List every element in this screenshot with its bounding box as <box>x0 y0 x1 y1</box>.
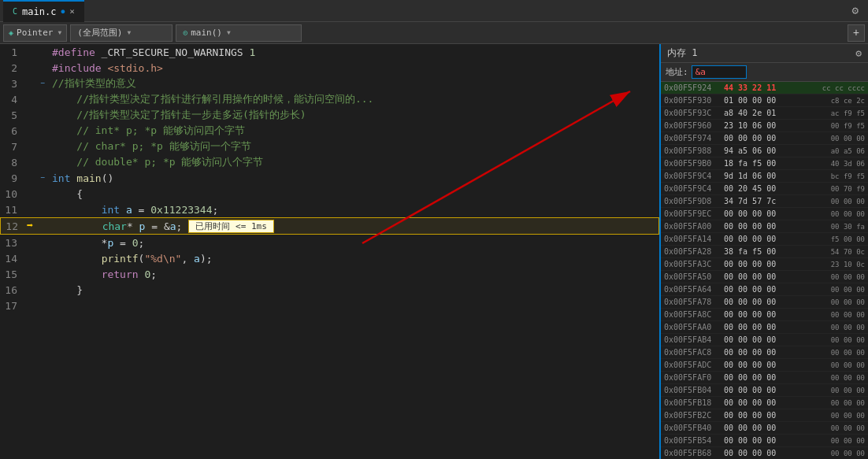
code-16: } <box>49 282 659 298</box>
list-item: 0x00F5F9EC 00 00 00 00 00 00 00 <box>661 208 868 220</box>
address-input[interactable] <box>692 65 747 79</box>
code-13: *p = 0; <box>49 235 659 250</box>
editor-rows-container[interactable]: 1 #define _CRT_SECURE_NO_WARNINGS 1 2 <box>0 44 659 459</box>
code-11: int a = 0x11223344; <box>49 202 659 217</box>
list-item: 0x00F5FA78 00 00 00 00 00 00 00 <box>661 296 868 309</box>
mem-extra: cc cc cccc <box>822 84 865 92</box>
lineno-16: 16 <box>0 284 22 296</box>
pointer-dropdown[interactable]: ◈ Pointer ▼ <box>3 24 67 42</box>
mem-bytes: 44 33 22 11 <box>724 83 822 92</box>
lineno-12: 12 <box>1 220 23 232</box>
code-6: // int* p; *p 能够访问四个字节 <box>49 123 659 139</box>
code-5: //指针类型决定了指针走一步走多远(指针的步长) <box>49 107 659 123</box>
func-arrow-icon: ▼ <box>227 29 231 36</box>
code-7: // char* p; *p 能够访问一个字节 <box>49 139 659 154</box>
list-item: 0x00F5FA50 00 00 00 00 00 00 00 <box>661 271 868 283</box>
lineno-7: 7 <box>0 141 22 153</box>
memory-settings-icon[interactable]: ⚙ <box>855 47 862 59</box>
fold-3[interactable]: − <box>36 80 49 88</box>
editor-row-12: 12 ➡ char* p = &a; 已用时间 <= 1ms <box>0 217 659 235</box>
memory-title: 内存 1 <box>667 46 697 60</box>
memory-address-bar: 地址: <box>661 63 868 82</box>
code-10: { <box>49 186 659 202</box>
list-item: 0x00F5F974 00 00 00 00 00 00 00 <box>661 132 868 145</box>
editor-row-10: 10 { <box>0 186 659 202</box>
code-3: //指针类型的意义 <box>49 76 659 91</box>
editor-row-9: 9 − int main() <box>0 170 659 186</box>
lineno-1: 1 <box>0 46 22 58</box>
lineno-11: 11 <box>0 204 22 216</box>
list-item: 0x00F5F9C4 00 20 45 00 00 70 f9 <box>661 183 868 195</box>
execution-tooltip: 已用时间 <= 1ms <box>188 220 273 233</box>
code-17 <box>49 298 659 313</box>
list-item: 0x00F5FAC8 00 00 00 00 00 00 00 <box>661 346 868 359</box>
tab-close-icon[interactable]: × <box>69 6 75 17</box>
fold-9[interactable]: − <box>36 174 49 183</box>
settings-icon[interactable]: ⚙ <box>852 4 859 17</box>
gutter-12: ➡ <box>23 219 37 233</box>
list-item: 0x00F5FAF0 00 00 00 00 00 00 00 <box>661 372 868 384</box>
list-item: 0x00F5FA28 38 fa f5 00 54 70 0c <box>661 246 868 258</box>
list-item: 0x00F5FB18 00 00 00 00 00 00 00 <box>661 397 868 409</box>
code-9: int main() <box>49 170 659 186</box>
list-item: 0x00F5F988 94 a5 06 00 a0 a5 06 <box>661 145 868 157</box>
editor-row-17: 17 <box>0 298 659 313</box>
add-watch-button[interactable]: + <box>848 24 865 42</box>
code-1: #define _CRT_SECURE_NO_WARNINGS 1 <box>49 44 659 60</box>
list-item: 0x00F5FA8C 00 00 00 00 00 00 00 <box>661 309 868 321</box>
memory-rows-container[interactable]: 0x00F5F924 44 33 22 11 cc cc cccc 0x00F5… <box>661 82 868 459</box>
list-item: 0x00F5FADC 00 00 00 00 00 00 00 <box>661 359 868 372</box>
list-item: 0x00F5FAB4 00 00 00 00 00 00 00 <box>661 334 868 346</box>
editor-row-16: 16 } <box>0 282 659 298</box>
code-2: #include <stdio.h> <box>49 60 659 76</box>
tab-file-icon: C <box>13 7 17 16</box>
tab-dot: ● <box>61 8 65 15</box>
editor-row-15: 15 return 0; <box>0 266 659 282</box>
editor-row-4: 4 //指针类型决定了指针进行解引用操作的时候，能访问空间的... <box>0 91 659 107</box>
list-item: 0x00F5FAA0 00 00 00 00 00 00 00 <box>661 321 868 334</box>
lineno-4: 4 <box>0 94 22 105</box>
editor-row-7: 7 // char* p; *p 能够访问一个字节 <box>0 139 659 154</box>
editor-row-13: 13 *p = 0; <box>0 235 659 250</box>
memory-row-highlighted: 0x00F5F924 44 33 22 11 cc cc cccc <box>661 82 868 94</box>
list-item: 0x00F5FA64 00 00 00 00 00 00 00 <box>661 283 868 296</box>
editor-area: 1 #define _CRT_SECURE_NO_WARNINGS 1 2 <box>0 44 659 459</box>
code-15: return 0; <box>49 266 659 282</box>
toolbar: ◈ Pointer ▼ (全局范围) ▼ ⊙ main() ▼ + <box>0 22 868 44</box>
code-4: //指针类型决定了指针进行解引用操作的时候，能访问空间的... <box>49 91 659 107</box>
arrow-indicator: ➡ <box>27 220 33 232</box>
scope-label: (全局范围) <box>77 27 122 39</box>
mem-addr: 0x00F5F924 <box>664 83 724 92</box>
list-item: 0x00F5FB40 00 00 00 00 00 00 00 <box>661 422 868 435</box>
lineno-8: 8 <box>0 157 22 168</box>
lineno-6: 6 <box>0 125 22 137</box>
title-bar: C main.c ● × ⚙ <box>0 0 868 22</box>
lineno-5: 5 <box>0 109 22 121</box>
code-8: // double* p; *p 能够访问八个字节 <box>49 154 659 170</box>
func-dropdown[interactable]: ⊙ main() ▼ <box>176 24 302 42</box>
list-item: 0x00F5F930 01 00 00 00 c8 ce 2c <box>661 94 868 107</box>
editor-row-1: 1 #define _CRT_SECURE_NO_WARNINGS 1 <box>0 44 659 60</box>
editor-row-2: 2 #include <stdio.h> <box>0 60 659 76</box>
editor-row-6: 6 // int* p; *p 能够访问四个字节 <box>0 123 659 139</box>
pointer-arrow-icon: ▼ <box>57 29 61 36</box>
lineno-9: 9 <box>0 172 22 184</box>
lineno-14: 14 <box>0 253 22 265</box>
file-tab[interactable]: C main.c ● × <box>3 0 84 22</box>
scope-dropdown[interactable]: (全局范围) ▼ <box>70 24 172 42</box>
address-label: 地址: <box>666 66 688 78</box>
list-item: 0x00F5F9B0 18 fa f5 00 40 3d 06 <box>661 157 868 170</box>
list-item: 0x00F5FB04 00 00 00 00 00 00 00 <box>661 384 868 397</box>
list-item: 0x00F5F9C4 9d 1d 06 00 bc f9 f5 <box>661 170 868 183</box>
editor-row-14: 14 printf("%d\n", a); <box>0 250 659 266</box>
list-item: 0x00F5FA14 00 00 00 00 f5 00 00 <box>661 233 868 246</box>
app-window: C main.c ● × ⚙ ◈ Pointer ▼ (全局范围) ▼ ⊙ ma… <box>0 0 868 459</box>
list-item: 0x00F5FB2C 00 00 00 00 00 00 00 <box>661 409 868 422</box>
pointer-icon: ◈ <box>9 28 13 38</box>
tab-label: main.c <box>22 6 56 17</box>
memory-title-bar: 内存 1 ⚙ <box>661 44 868 63</box>
editor-row-3: 3 − //指针类型的意义 <box>0 76 659 91</box>
lineno-10: 10 <box>0 188 22 200</box>
lineno-17: 17 <box>0 300 22 312</box>
list-item: 0x00F5F93C a8 40 2e 01 ac f9 f5 <box>661 107 868 120</box>
